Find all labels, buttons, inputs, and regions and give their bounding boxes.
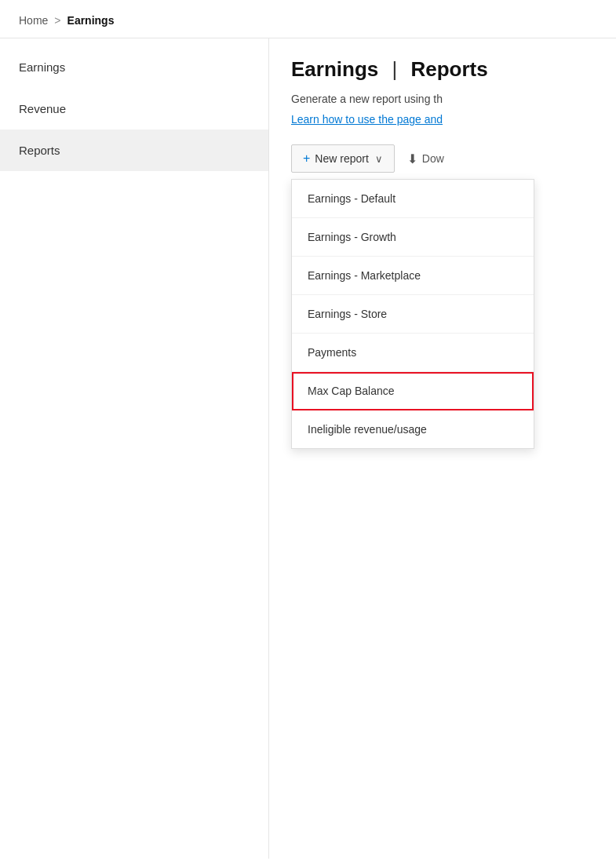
dropdown-item-earnings-growth[interactable]: Earnings - Growth	[292, 218, 534, 257]
download-label: Dow	[422, 152, 444, 165]
page-title: Earnings | Reports	[291, 57, 594, 82]
page-title-part1: Earnings	[291, 57, 378, 81]
dropdown-item-earnings-default[interactable]: Earnings - Default	[292, 180, 534, 218]
main-content: Earnings | Reports Generate a new report…	[269, 38, 616, 859]
dropdown-item-ineligible-revenue[interactable]: Ineligible revenue/usage	[292, 410, 534, 448]
breadcrumb-home[interactable]: Home	[19, 14, 48, 27]
learn-more-link[interactable]: Learn how to use the page and	[291, 113, 443, 126]
sidebar-item-revenue[interactable]: Revenue	[0, 88, 268, 130]
breadcrumb-current: Earnings	[67, 14, 115, 27]
plus-icon: +	[303, 151, 310, 166]
sidebar: Earnings Revenue Reports	[0, 38, 269, 859]
sidebar-item-earnings[interactable]: Earnings	[0, 46, 268, 88]
sidebar-item-reports[interactable]: Reports	[0, 130, 268, 171]
page-description: Generate a new report using th	[291, 91, 594, 108]
page-title-separator: |	[392, 57, 397, 81]
dropdown-item-earnings-store[interactable]: Earnings - Store	[292, 295, 534, 334]
breadcrumb-separator: >	[54, 14, 60, 27]
page-title-part2: Reports	[410, 57, 487, 81]
download-button[interactable]: ⬇ Dow	[407, 151, 444, 166]
dropdown-item-max-cap-balance[interactable]: Max Cap Balance	[292, 372, 534, 410]
new-report-button[interactable]: + New report ∨	[291, 144, 395, 173]
main-layout: Earnings Revenue Reports Earnings | Repo…	[0, 38, 616, 859]
chevron-down-icon: ∨	[375, 153, 383, 165]
dropdown-item-earnings-marketplace[interactable]: Earnings - Marketplace	[292, 257, 534, 295]
download-icon: ⬇	[407, 151, 417, 166]
breadcrumb: Home > Earnings	[0, 0, 616, 38]
new-report-label: New report	[315, 152, 368, 165]
dropdown-menu: Earnings - Default Earnings - Growth Ear…	[291, 179, 534, 449]
toolbar: + New report ∨ ⬇ Dow	[291, 144, 594, 173]
dropdown-item-payments[interactable]: Payments	[292, 334, 534, 372]
